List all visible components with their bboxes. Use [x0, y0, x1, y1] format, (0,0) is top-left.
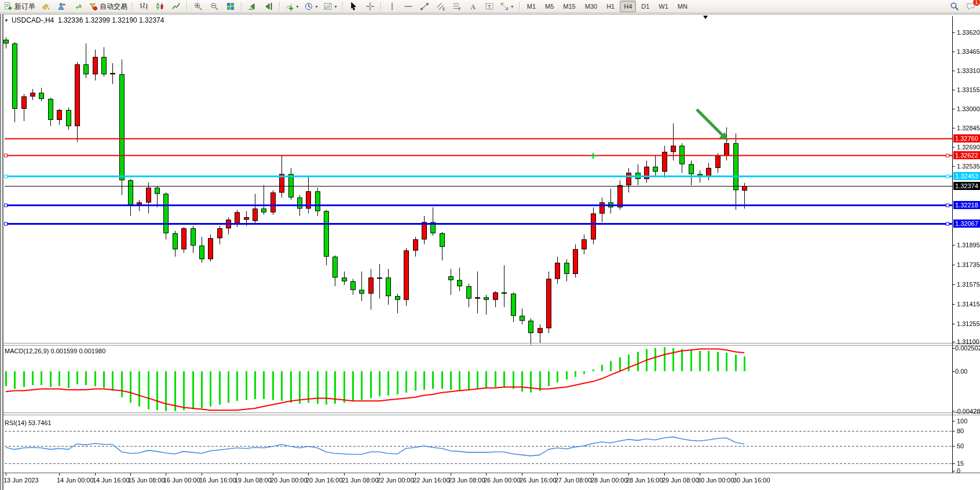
chart-shift-button[interactable] [261, 0, 276, 13]
auto-scroll-button[interactable] [245, 0, 260, 13]
indicators-icon [285, 2, 294, 11]
templates-button[interactable]: ▼ [321, 0, 339, 13]
tile-windows-button[interactable] [223, 0, 238, 13]
fibonacci-icon: F [452, 2, 462, 11]
timeframe-m15-button[interactable]: M15 [559, 1, 579, 12]
text-label-icon: T [485, 2, 494, 11]
svg-text:T: T [488, 4, 491, 10]
trendline-button[interactable] [417, 0, 432, 13]
new-order-icon [3, 2, 13, 11]
fibonacci-button[interactable]: F [449, 0, 465, 13]
templates-icon [323, 2, 332, 11]
crosshair-button[interactable] [363, 0, 378, 13]
arrows-button[interactable]: ▼ [498, 0, 516, 13]
styler-icon [41, 2, 50, 11]
line-chart-button[interactable] [169, 0, 184, 13]
svg-text:F: F [458, 7, 460, 11]
chart-window: ▼USDCAD-,H4 1.32336 1.32399 1.32190 1.32… [0, 14, 980, 490]
arrows-icon [500, 2, 509, 11]
toolbar-separator [241, 2, 242, 11]
toolbar-separator [342, 2, 343, 11]
svg-text:E: E [443, 7, 445, 11]
periods-button[interactable]: ▼ [302, 0, 320, 13]
chevron-down-icon: ▼ [315, 5, 319, 9]
chart-shift-icon [264, 2, 273, 11]
zoom-out-icon [210, 2, 219, 11]
main-toolbar: 新订单自动交易▼▼▼EFAT▼M1M5M15M30H1H4D1W1MN1 [0, 0, 980, 13]
candlestick-chart-icon [155, 2, 164, 11]
toolbar-separator [381, 2, 382, 11]
toolbar-separator [519, 2, 520, 11]
periods-icon [304, 2, 313, 11]
horizontal-line-icon [404, 2, 413, 11]
timeframe-h1-button[interactable]: H1 [602, 1, 619, 12]
horizontal-line-button[interactable] [401, 0, 416, 13]
price-chart-canvas[interactable] [0, 14, 980, 490]
timeframe-mn-button[interactable]: MN [674, 1, 692, 12]
crosshair-icon [365, 2, 375, 11]
chevron-down-icon: ▼ [334, 5, 338, 9]
chevron-down-icon: ▼ [510, 5, 514, 9]
bar-chart-icon [139, 2, 148, 11]
timeframe-d1-button[interactable]: D1 [637, 1, 653, 12]
timeframe-w1-button[interactable]: W1 [654, 1, 672, 12]
notification-badge: 1 [972, 0, 980, 6]
timeframe-m30-button[interactable]: M30 [581, 1, 601, 12]
autotrade-label: 自动交易 [100, 2, 127, 12]
bar-chart-button[interactable] [136, 0, 151, 13]
market-icon [57, 2, 67, 11]
notifications-button[interactable]: 1 [963, 0, 978, 13]
svg-text:A: A [470, 3, 476, 11]
search-icon [950, 2, 959, 11]
equidistant-channel-icon: E [436, 2, 445, 11]
cursor-icon [349, 2, 359, 11]
auto-scroll-icon [248, 2, 257, 11]
market-button[interactable] [54, 0, 70, 13]
new-order-button[interactable]: 新订单 [2, 0, 37, 13]
trendline-icon [420, 2, 429, 11]
signals-icon [74, 2, 83, 11]
chevron-down-icon: ▼ [295, 5, 299, 9]
new-order-label: 新订单 [14, 2, 35, 12]
equidistant-channel-button[interactable]: E [433, 0, 448, 13]
signals-button[interactable] [71, 0, 86, 13]
indicators-button[interactable]: ▼ [283, 0, 301, 13]
autotrade-button[interactable]: 自动交易 [87, 0, 129, 13]
text-label-button[interactable]: T [482, 0, 497, 13]
tile-windows-icon [226, 2, 235, 11]
toolbar-separator [279, 2, 280, 11]
candlestick-chart-button[interactable] [152, 0, 167, 13]
zoom-in-icon [193, 2, 203, 11]
timeframe-m5-button[interactable]: M5 [541, 1, 558, 12]
zoom-out-button[interactable] [207, 0, 222, 13]
text-icon: A [469, 2, 478, 11]
mt4-application: 新订单自动交易▼▼▼EFAT▼M1M5M15M30H1H4D1W1MN1 ▼US… [0, 0, 980, 490]
cursor-button[interactable] [346, 0, 361, 13]
autotrade-icon [89, 2, 98, 11]
toolbar-separator [132, 2, 133, 11]
toolbar-separator [187, 2, 188, 11]
text-button[interactable]: A [466, 0, 481, 13]
styler-button[interactable] [38, 0, 53, 13]
line-chart-icon [171, 2, 181, 11]
zoom-in-button[interactable] [191, 0, 206, 13]
search-button[interactable] [947, 0, 962, 13]
timeframe-h4-button[interactable]: H4 [620, 1, 636, 12]
vertical-line-icon [387, 2, 397, 11]
timeframe-m1-button[interactable]: M1 [523, 1, 540, 12]
vertical-line-button[interactable] [385, 0, 400, 13]
